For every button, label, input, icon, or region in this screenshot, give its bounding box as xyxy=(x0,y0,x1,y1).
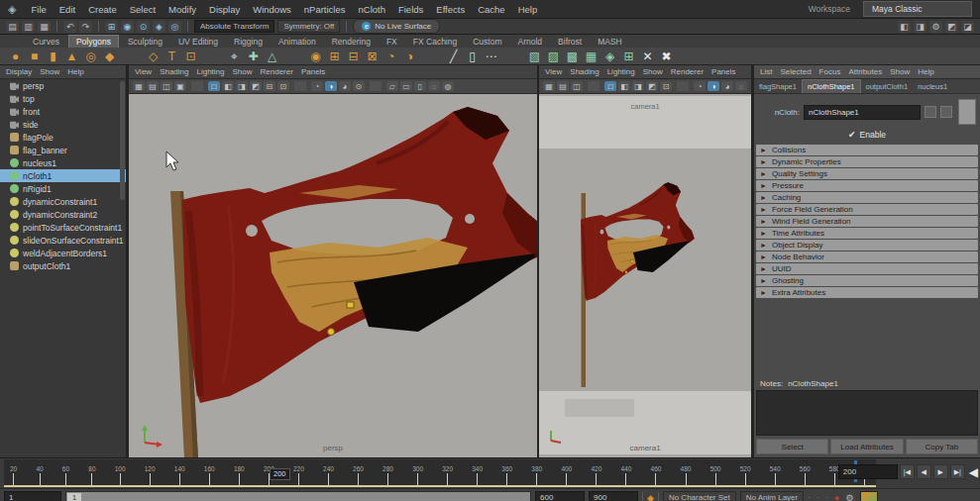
auto-keyframe-icon[interactable]: ● xyxy=(834,493,839,501)
viewport-toolbar-icon[interactable]: ▦ xyxy=(543,81,555,91)
viewport-toolbar-icon[interactable]: ▤ xyxy=(557,81,569,91)
animation-start-field[interactable] xyxy=(4,491,61,501)
outliner-item[interactable]: top xyxy=(0,92,126,105)
current-frame-marker[interactable]: 200 xyxy=(270,468,290,480)
attribute-section-header[interactable]: ► Extra Attributes xyxy=(756,287,978,298)
attribute-section-header[interactable]: ► Quality Settings xyxy=(756,168,978,179)
menu-item[interactable]: Modify xyxy=(168,4,196,15)
poly-sphere-icon[interactable]: ● xyxy=(8,49,23,63)
viewport-toolbar-icon[interactable]: ▤ xyxy=(147,81,159,91)
combine-icon[interactable]: ⊞ xyxy=(327,49,342,63)
expand-timeline-icon[interactable]: ◀ xyxy=(969,465,978,479)
viewport-menu-item[interactable]: Renderer xyxy=(261,67,293,76)
shelf-tab[interactable]: Rendering xyxy=(325,36,378,48)
attribute-editor-menu-item[interactable]: Help xyxy=(918,67,933,76)
attribute-section-header[interactable]: ► Caching xyxy=(756,192,978,203)
step-back-button[interactable]: ◀ xyxy=(917,464,931,479)
outliner-item[interactable]: nCloth1 xyxy=(0,169,126,182)
snap-to-grid-icon[interactable]: ⊞ xyxy=(105,21,118,33)
menu-item[interactable]: Fields xyxy=(398,4,423,15)
viewport-toolbar-icon[interactable]: ◕ xyxy=(721,81,733,91)
attribute-editor-tab[interactable]: flagShape1 xyxy=(754,80,802,93)
attribute-section-header[interactable]: ► Object Display xyxy=(756,240,978,250)
new-scene-icon[interactable]: ▤ xyxy=(6,21,19,33)
shelf-tab[interactable]: Custom xyxy=(466,36,508,48)
viewport-toolbar-icon[interactable]: ◩ xyxy=(646,81,658,91)
outliner-item[interactable]: persp xyxy=(0,79,126,92)
viewport-menu-item[interactable]: Shading xyxy=(160,67,188,76)
viewport-menu-item[interactable]: Lighting xyxy=(196,67,224,76)
shelf-tab[interactable]: FX xyxy=(380,36,404,48)
menu-item[interactable]: Edit xyxy=(59,4,75,15)
outliner-menu-item[interactable]: Help xyxy=(67,67,83,76)
time-slider[interactable]: 20 40 60 80 100 120 xyxy=(0,457,980,488)
light-editor-icon[interactable]: ◪ xyxy=(961,21,974,33)
outliner-item[interactable]: front xyxy=(0,105,126,118)
go-to-start-button[interactable]: |◀ xyxy=(900,464,915,479)
type-tool-icon[interactable]: T xyxy=(164,49,179,63)
outliner-item[interactable]: outputCloth1 xyxy=(0,259,126,272)
outliner-item[interactable]: nRigid1 xyxy=(0,182,126,195)
anim-layer-dropdown[interactable]: No Anim Layer xyxy=(740,491,804,501)
viewport-toolbar-icon[interactable]: ◩ xyxy=(250,81,262,91)
attribute-editor-menu-item[interactable]: Show xyxy=(890,67,910,76)
viewport-toolbar-icon[interactable]: ▣ xyxy=(174,81,186,91)
redo-icon[interactable]: ↷ xyxy=(79,21,92,33)
presets-button[interactable] xyxy=(958,99,976,125)
shelf-tab[interactable]: UV Editing xyxy=(171,36,225,48)
focus-icon[interactable] xyxy=(925,106,936,118)
attribute-editor-menu-item[interactable]: Focus xyxy=(819,67,841,76)
viewport2-canvas[interactable]: camera1 camera1 xyxy=(539,94,751,457)
play-forward-button[interactable]: ▶ xyxy=(933,464,948,479)
ipr-render-icon[interactable]: ◨ xyxy=(914,21,926,33)
enable-checkbox[interactable]: ✔ xyxy=(848,130,856,140)
menu-item[interactable]: Display xyxy=(209,4,240,15)
attribute-section-header[interactable]: ► Pressure xyxy=(756,180,978,191)
create-ncloth-icon[interactable]: ▧ xyxy=(527,49,542,63)
viewport-toolbar-icon[interactable]: ▯ xyxy=(414,81,426,91)
shelf-tab[interactable]: Sculpting xyxy=(121,36,169,48)
viewport-toolbar-icon[interactable]: ▱ xyxy=(386,81,398,91)
copy-tab-button[interactable]: Copy Tab xyxy=(906,439,978,454)
outliner-item[interactable]: dynamicConstraint2 xyxy=(0,208,126,221)
attribute-section-header[interactable]: ► UUID xyxy=(756,263,978,274)
ep-curve-icon[interactable]: ╱ xyxy=(446,49,461,63)
load-attributes-button[interactable]: Load Attributes xyxy=(830,439,903,454)
outliner-menu-item[interactable]: Show xyxy=(40,67,59,76)
viewport-menu-item[interactable]: Lighting xyxy=(607,67,635,76)
viewport-toolbar-icon[interactable]: ⊙ xyxy=(353,81,365,91)
poly-cone-icon[interactable]: ▲ xyxy=(64,49,79,63)
attribute-editor-tab[interactable]: nClothShape1 xyxy=(802,79,861,93)
viewport-menu-item[interactable]: Shading xyxy=(570,67,599,76)
attribute-editor-tab[interactable]: nucleus1 xyxy=(913,80,952,93)
shelf-tab[interactable]: Animation xyxy=(272,36,323,48)
snap-to-curve-icon[interactable]: ◉ xyxy=(121,21,134,33)
shelf-tab[interactable]: Curves xyxy=(26,36,66,48)
menu-item[interactable]: Help xyxy=(518,4,538,15)
live-surface-field[interactable]: e No Live Surface xyxy=(353,19,440,34)
viewport-menu-item[interactable]: Show xyxy=(643,67,663,76)
menu-item[interactable]: File xyxy=(31,4,46,15)
poly-cube-icon[interactable]: ■ xyxy=(27,49,42,63)
pencil-curve-icon[interactable]: ▯ xyxy=(465,49,480,63)
make-live-icon[interactable]: ◎ xyxy=(168,21,181,33)
menu-item[interactable]: nParticles xyxy=(304,4,346,15)
outliner-item[interactable]: slideOnSurfaceConstraint1 xyxy=(0,234,126,247)
node-name-input[interactable] xyxy=(804,105,921,120)
viewport-toolbar-icon[interactable]: ◌ xyxy=(735,81,747,91)
cv-curve-icon[interactable]: ⋯ xyxy=(484,49,498,63)
interactive-playback-icon[interactable]: ✕ xyxy=(640,49,655,63)
render-settings-icon[interactable]: ⚙ xyxy=(929,21,942,33)
outliner-item[interactable]: pointToSurfaceConstraint1 xyxy=(0,221,126,234)
menu-item[interactable]: Effects xyxy=(436,4,465,15)
ncache-icon[interactable]: ▦ xyxy=(584,49,599,63)
snap-to-plane-icon[interactable]: ◈ xyxy=(153,21,165,33)
viewport-toolbar-icon[interactable]: ◔ xyxy=(311,81,323,91)
attribute-section-header[interactable]: ► Collisions xyxy=(756,145,978,155)
viewport-toolbar-icon[interactable]: ◫ xyxy=(571,81,583,91)
attribute-section-header[interactable]: ► Ghosting xyxy=(756,275,978,286)
outliner-item[interactable]: side xyxy=(0,118,126,131)
viewport-toolbar-icon[interactable]: □ xyxy=(604,81,616,91)
poly-plane-icon[interactable]: ◆ xyxy=(102,49,117,63)
viewport-toolbar-icon[interactable]: ⊡ xyxy=(277,81,289,91)
